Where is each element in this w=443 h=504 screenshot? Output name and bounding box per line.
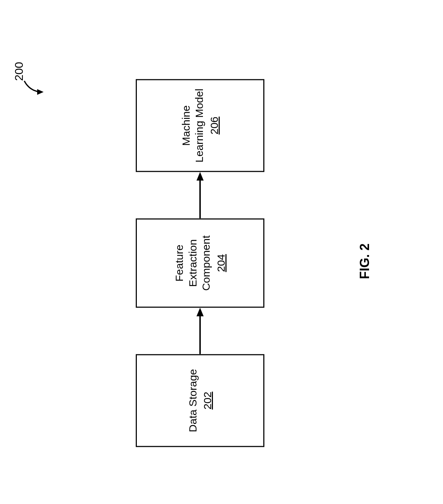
svg-marker-2 bbox=[196, 308, 204, 316]
svg-marker-4 bbox=[196, 172, 204, 180]
block-ref: 202 bbox=[201, 391, 214, 409]
svg-marker-0 bbox=[37, 89, 44, 95]
block-ref: 204 bbox=[214, 254, 228, 272]
block-label: Data Storage bbox=[186, 369, 200, 432]
arrow-icon bbox=[195, 308, 205, 354]
block-label-line: Machine bbox=[179, 105, 193, 145]
arrow-icon bbox=[195, 172, 205, 218]
figure-caption: FIG. 2 bbox=[357, 243, 372, 279]
diagram-canvas: 200 Data Storage 202 Feature Extraction … bbox=[0, 0, 443, 504]
overall-ref-arrow-icon bbox=[21, 75, 46, 97]
block-data-storage: Data Storage 202 bbox=[136, 354, 264, 447]
block-label-line: Component bbox=[199, 235, 213, 290]
block-ref: 206 bbox=[208, 116, 221, 134]
block-label-line: Extraction bbox=[186, 239, 200, 286]
block-ml-model: Machine Learning Model 206 bbox=[136, 79, 264, 172]
block-label-line: Learning Model bbox=[193, 89, 206, 163]
block-feature-extraction: Feature Extraction Component 204 bbox=[136, 218, 264, 308]
block-label-line: Feature bbox=[173, 244, 186, 281]
